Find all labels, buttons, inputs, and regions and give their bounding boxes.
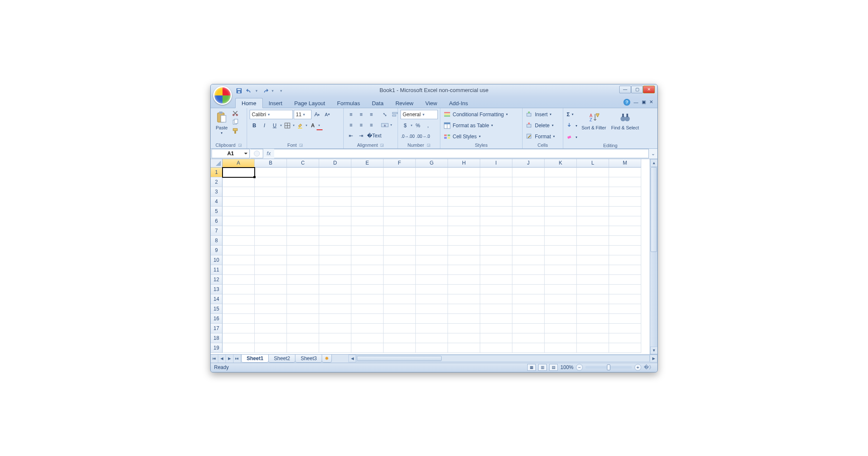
horizontal-scrollbar[interactable]: ◀ ▶	[348, 355, 657, 363]
tab-review[interactable]: Review	[389, 98, 420, 108]
cell[interactable]	[319, 314, 351, 324]
row-header[interactable]: 13	[211, 285, 223, 294]
cell[interactable]	[512, 314, 545, 324]
cell[interactable]	[512, 275, 545, 285]
cell[interactable]	[577, 275, 609, 285]
cell[interactable]	[255, 226, 287, 236]
cell[interactable]	[384, 168, 416, 177]
cell[interactable]	[384, 324, 416, 333]
cell[interactable]	[512, 255, 545, 265]
cell[interactable]	[545, 207, 577, 216]
cell[interactable]	[319, 343, 351, 353]
cell[interactable]	[545, 246, 577, 255]
row-header[interactable]: 3	[211, 187, 223, 197]
cell[interactable]	[480, 275, 512, 285]
align-top-icon[interactable]: ≡	[346, 110, 356, 119]
cell[interactable]	[287, 343, 319, 353]
cell[interactable]	[448, 304, 480, 314]
cell[interactable]	[609, 226, 641, 236]
cell[interactable]	[545, 294, 577, 304]
cell[interactable]	[609, 168, 641, 177]
decrease-indent-icon[interactable]: ⇤	[346, 131, 356, 140]
orientation-icon[interactable]: ⤡	[380, 110, 389, 119]
cell[interactable]	[512, 177, 545, 187]
cell[interactable]	[255, 275, 287, 285]
cell[interactable]	[480, 168, 512, 177]
tab-page-layout[interactable]: Page Layout	[288, 98, 331, 108]
cell[interactable]	[609, 324, 641, 333]
cell[interactable]	[480, 294, 512, 304]
cell[interactable]	[287, 275, 319, 285]
cell[interactable]	[416, 255, 448, 265]
column-header[interactable]: C	[287, 159, 319, 168]
row-header[interactable]: 9	[211, 246, 223, 255]
cell[interactable]	[609, 314, 641, 324]
column-header[interactable]: B	[255, 159, 287, 168]
cell[interactable]	[577, 197, 609, 207]
tab-home[interactable]: Home	[235, 98, 263, 108]
cell[interactable]	[577, 294, 609, 304]
normal-view-icon[interactable]: ▦	[527, 364, 536, 371]
cell[interactable]	[223, 177, 255, 187]
cell[interactable]	[609, 343, 641, 353]
zoom-slider[interactable]	[585, 366, 632, 369]
cell[interactable]	[448, 343, 480, 353]
cell[interactable]	[448, 168, 480, 177]
column-header[interactable]: G	[416, 159, 448, 168]
cell[interactable]	[448, 285, 480, 294]
cell[interactable]	[545, 236, 577, 246]
row-header[interactable]: 15	[211, 304, 223, 314]
cell[interactable]	[319, 294, 351, 304]
cell[interactable]	[384, 177, 416, 187]
cell[interactable]	[609, 304, 641, 314]
orientation-icon[interactable]: �Text	[367, 131, 382, 140]
insert-cells-button[interactable]: Insert ▾	[525, 110, 552, 119]
bold-button[interactable]: B	[250, 121, 259, 130]
cell[interactable]	[351, 255, 384, 265]
cell[interactable]	[577, 333, 609, 343]
underline-button[interactable]: U	[270, 121, 279, 130]
formula-cancel-area[interactable]	[250, 149, 263, 158]
cell[interactable]	[512, 226, 545, 236]
cell[interactable]	[480, 343, 512, 353]
scroll-thumb[interactable]	[651, 167, 657, 252]
cell[interactable]	[609, 207, 641, 216]
cell[interactable]	[545, 304, 577, 314]
new-sheet-button[interactable]: ✸	[322, 355, 332, 363]
cell[interactable]	[609, 187, 641, 197]
cell[interactable]	[384, 265, 416, 275]
format-as-table-button[interactable]: Format as Table ▾	[443, 121, 494, 130]
cell[interactable]	[384, 255, 416, 265]
chevron-down-icon[interactable]: ▾	[390, 123, 392, 127]
decrease-decimal-icon[interactable]: .00→.0	[416, 132, 430, 141]
row-header[interactable]: 8	[211, 236, 223, 246]
cell[interactable]	[319, 197, 351, 207]
cell[interactable]	[512, 333, 545, 343]
zoom-slider-knob[interactable]	[607, 364, 610, 370]
cell[interactable]	[287, 226, 319, 236]
maximize-button[interactable]: ▢	[631, 86, 643, 93]
cell[interactable]	[223, 333, 255, 343]
align-left-icon[interactable]: ≡	[346, 120, 356, 130]
borders-icon[interactable]	[283, 121, 292, 130]
row-header[interactable]: 4	[211, 197, 223, 207]
row-header[interactable]: 6	[211, 216, 223, 226]
cell[interactable]	[319, 177, 351, 187]
cell[interactable]	[480, 285, 512, 294]
comma-icon[interactable]: ,	[423, 121, 433, 130]
mdi-restore-icon[interactable]: ▣	[642, 99, 646, 105]
cell[interactable]	[512, 294, 545, 304]
cell[interactable]	[287, 216, 319, 226]
cell[interactable]	[577, 314, 609, 324]
scroll-left-icon[interactable]: ◀	[348, 355, 356, 362]
cell[interactable]	[351, 314, 384, 324]
cell[interactable]	[255, 285, 287, 294]
cell[interactable]	[577, 177, 609, 187]
cell[interactable]	[319, 333, 351, 343]
page-break-view-icon[interactable]: ▤	[549, 364, 558, 371]
cell[interactable]	[577, 168, 609, 177]
zoom-in-button[interactable]: +	[634, 364, 641, 371]
cell[interactable]	[577, 285, 609, 294]
chevron-down-icon[interactable]: ▾	[318, 123, 320, 127]
cell[interactable]	[319, 236, 351, 246]
